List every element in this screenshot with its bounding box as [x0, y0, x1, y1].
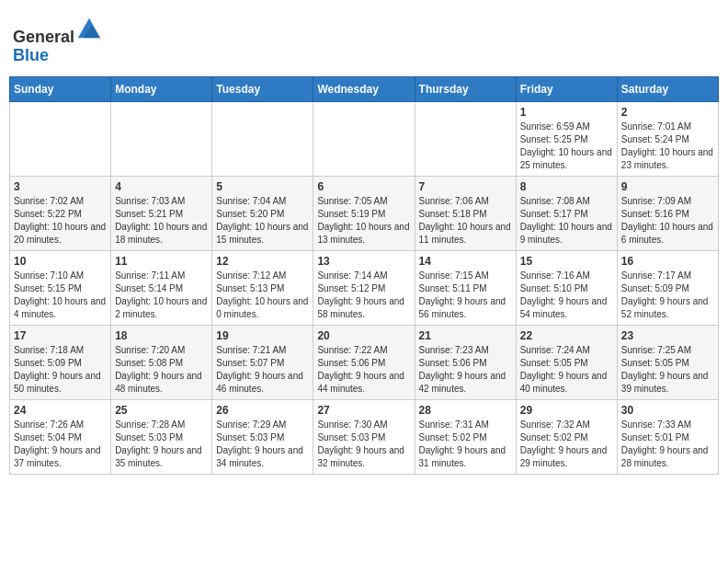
day-number: 6	[317, 180, 410, 193]
calendar-cell: 16Sunrise: 7:17 AM Sunset: 5:09 PM Dayli…	[617, 250, 718, 325]
day-number: 23	[621, 329, 714, 342]
day-number: 17	[14, 329, 107, 342]
logo-icon	[76, 17, 102, 42]
logo-general: General	[13, 28, 74, 46]
day-info: Sunrise: 7:30 AM Sunset: 5:03 PM Dayligh…	[317, 419, 410, 470]
week-row-5: 24Sunrise: 7:26 AM Sunset: 5:04 PM Dayli…	[10, 399, 719, 474]
calendar-cell: 20Sunrise: 7:22 AM Sunset: 5:06 PM Dayli…	[313, 325, 415, 399]
day-number: 8	[520, 180, 613, 193]
calendar-cell: 3Sunrise: 7:02 AM Sunset: 5:22 PM Daylig…	[10, 176, 111, 250]
day-number: 2	[621, 106, 714, 119]
calendar-cell: 10Sunrise: 7:10 AM Sunset: 5:15 PM Dayli…	[10, 250, 111, 325]
day-info: Sunrise: 7:14 AM Sunset: 5:12 PM Dayligh…	[317, 270, 410, 321]
day-info: Sunrise: 7:18 AM Sunset: 5:09 PM Dayligh…	[14, 344, 107, 396]
day-info: Sunrise: 7:28 AM Sunset: 5:03 PM Dayligh…	[115, 419, 208, 470]
weekday-header-wednesday: Wednesday	[313, 76, 415, 101]
calendar-cell: 24Sunrise: 7:26 AM Sunset: 5:04 PM Dayli…	[10, 399, 111, 474]
calendar-cell: 8Sunrise: 7:08 AM Sunset: 5:17 PM Daylig…	[516, 176, 617, 250]
calendar-cell: 7Sunrise: 7:06 AM Sunset: 5:18 PM Daylig…	[415, 176, 516, 250]
day-info: Sunrise: 7:15 AM Sunset: 5:11 PM Dayligh…	[419, 270, 512, 321]
day-info: Sunrise: 7:16 AM Sunset: 5:10 PM Dayligh…	[520, 270, 613, 321]
week-row-3: 10Sunrise: 7:10 AM Sunset: 5:15 PM Dayli…	[10, 250, 719, 325]
calendar-cell	[212, 101, 313, 176]
day-number: 4	[115, 180, 208, 193]
day-number: 13	[317, 255, 410, 268]
calendar-cell: 9Sunrise: 7:09 AM Sunset: 5:16 PM Daylig…	[617, 176, 718, 250]
day-info: Sunrise: 7:08 AM Sunset: 5:17 PM Dayligh…	[520, 195, 613, 247]
day-number: 1	[520, 106, 613, 119]
day-info: Sunrise: 7:03 AM Sunset: 5:21 PM Dayligh…	[115, 195, 208, 247]
week-row-2: 3Sunrise: 7:02 AM Sunset: 5:22 PM Daylig…	[10, 176, 719, 250]
calendar-cell: 29Sunrise: 7:32 AM Sunset: 5:02 PM Dayli…	[516, 399, 617, 474]
day-info: Sunrise: 7:24 AM Sunset: 5:05 PM Dayligh…	[520, 344, 613, 396]
day-number: 3	[14, 180, 107, 193]
calendar-cell: 17Sunrise: 7:18 AM Sunset: 5:09 PM Dayli…	[10, 325, 111, 399]
weekday-header-monday: Monday	[111, 76, 212, 101]
day-number: 18	[115, 329, 208, 342]
calendar-cell	[415, 101, 516, 176]
day-info: Sunrise: 7:23 AM Sunset: 5:06 PM Dayligh…	[419, 344, 512, 396]
day-info: Sunrise: 6:59 AM Sunset: 5:25 PM Dayligh…	[520, 121, 613, 172]
calendar-cell: 15Sunrise: 7:16 AM Sunset: 5:10 PM Dayli…	[516, 250, 617, 325]
day-number: 14	[419, 255, 512, 268]
calendar-table: SundayMondayTuesdayWednesdayThursdayFrid…	[9, 76, 719, 475]
day-number: 19	[216, 329, 309, 342]
day-number: 10	[14, 255, 107, 268]
calendar-cell: 12Sunrise: 7:12 AM Sunset: 5:13 PM Dayli…	[212, 250, 313, 325]
day-number: 15	[520, 255, 613, 268]
day-info: Sunrise: 7:26 AM Sunset: 5:04 PM Dayligh…	[14, 419, 107, 470]
week-row-1: 1Sunrise: 6:59 AM Sunset: 5:25 PM Daylig…	[10, 101, 719, 176]
day-number: 22	[520, 329, 613, 342]
day-info: Sunrise: 7:32 AM Sunset: 5:02 PM Dayligh…	[520, 419, 613, 470]
day-info: Sunrise: 7:20 AM Sunset: 5:08 PM Dayligh…	[115, 344, 208, 396]
calendar-cell: 28Sunrise: 7:31 AM Sunset: 5:02 PM Dayli…	[415, 399, 516, 474]
calendar-cell: 2Sunrise: 7:01 AM Sunset: 5:24 PM Daylig…	[617, 101, 718, 176]
day-info: Sunrise: 7:10 AM Sunset: 5:15 PM Dayligh…	[14, 270, 107, 321]
day-number: 24	[14, 404, 107, 417]
day-info: Sunrise: 7:04 AM Sunset: 5:20 PM Dayligh…	[216, 195, 309, 247]
calendar-cell: 11Sunrise: 7:11 AM Sunset: 5:14 PM Dayli…	[111, 250, 212, 325]
calendar-cell: 30Sunrise: 7:33 AM Sunset: 5:01 PM Dayli…	[617, 399, 718, 474]
day-info: Sunrise: 7:31 AM Sunset: 5:02 PM Dayligh…	[419, 419, 512, 470]
calendar-cell: 4Sunrise: 7:03 AM Sunset: 5:21 PM Daylig…	[111, 176, 212, 250]
calendar-cell	[313, 101, 415, 176]
day-number: 16	[621, 255, 714, 268]
day-number: 12	[216, 255, 309, 268]
day-number: 26	[216, 404, 309, 417]
weekday-header-sunday: Sunday	[10, 76, 111, 101]
calendar-cell: 23Sunrise: 7:25 AM Sunset: 5:05 PM Dayli…	[617, 325, 718, 399]
day-info: Sunrise: 7:02 AM Sunset: 5:22 PM Dayligh…	[14, 195, 107, 247]
day-number: 11	[115, 255, 208, 268]
calendar-cell: 27Sunrise: 7:30 AM Sunset: 5:03 PM Dayli…	[313, 399, 415, 474]
calendar-cell: 25Sunrise: 7:28 AM Sunset: 5:03 PM Dayli…	[111, 399, 212, 474]
day-number: 28	[419, 404, 512, 417]
calendar-cell: 13Sunrise: 7:14 AM Sunset: 5:12 PM Dayli…	[313, 250, 415, 325]
day-number: 27	[317, 404, 410, 417]
day-info: Sunrise: 7:11 AM Sunset: 5:14 PM Dayligh…	[115, 270, 208, 321]
day-number: 25	[115, 404, 208, 417]
calendar-cell: 18Sunrise: 7:20 AM Sunset: 5:08 PM Dayli…	[111, 325, 212, 399]
day-info: Sunrise: 7:17 AM Sunset: 5:09 PM Dayligh…	[621, 270, 714, 321]
weekday-header-friday: Friday	[516, 76, 617, 101]
day-number: 5	[216, 180, 309, 193]
calendar-cell: 26Sunrise: 7:29 AM Sunset: 5:03 PM Dayli…	[212, 399, 313, 474]
week-row-4: 17Sunrise: 7:18 AM Sunset: 5:09 PM Dayli…	[10, 325, 719, 399]
day-info: Sunrise: 7:33 AM Sunset: 5:01 PM Dayligh…	[621, 419, 714, 470]
calendar-cell: 22Sunrise: 7:24 AM Sunset: 5:05 PM Dayli…	[516, 325, 617, 399]
weekday-header-saturday: Saturday	[617, 76, 718, 101]
page-header: General Blue	[9, 9, 719, 73]
day-info: Sunrise: 7:25 AM Sunset: 5:05 PM Dayligh…	[621, 344, 714, 396]
calendar-cell: 21Sunrise: 7:23 AM Sunset: 5:06 PM Dayli…	[415, 325, 516, 399]
calendar-cell: 14Sunrise: 7:15 AM Sunset: 5:11 PM Dayli…	[415, 250, 516, 325]
weekday-header-tuesday: Tuesday	[212, 76, 313, 101]
day-number: 7	[419, 180, 512, 193]
weekday-header-thursday: Thursday	[415, 76, 516, 101]
calendar-cell: 6Sunrise: 7:05 AM Sunset: 5:19 PM Daylig…	[313, 176, 415, 250]
logo: General Blue	[13, 17, 102, 65]
day-info: Sunrise: 7:01 AM Sunset: 5:24 PM Dayligh…	[621, 121, 714, 172]
day-number: 20	[317, 329, 410, 342]
day-number: 21	[419, 329, 512, 342]
calendar-cell: 19Sunrise: 7:21 AM Sunset: 5:07 PM Dayli…	[212, 325, 313, 399]
day-number: 29	[520, 404, 613, 417]
day-info: Sunrise: 7:29 AM Sunset: 5:03 PM Dayligh…	[216, 419, 309, 470]
